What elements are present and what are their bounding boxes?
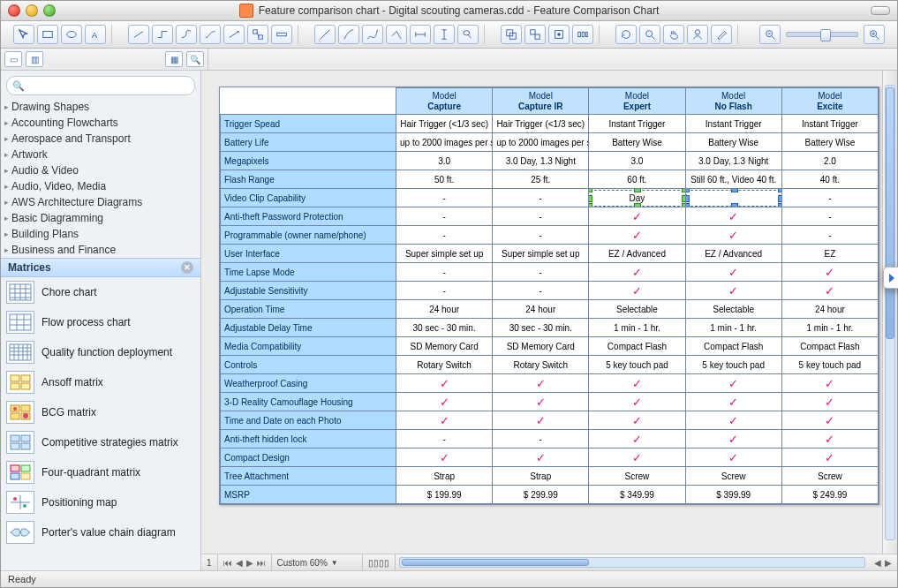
table-cell[interactable]: ✓ xyxy=(781,393,878,411)
table-cell[interactable]: Battery Wise xyxy=(685,133,781,152)
zoom-in-button[interactable] xyxy=(864,25,885,44)
table-cell[interactable]: ✓ xyxy=(589,449,685,467)
table-cell[interactable]: Battery Wise xyxy=(589,133,685,152)
tree-item[interactable]: ▸Audio, Video, Media xyxy=(1,178,200,194)
table-cell[interactable]: Screw xyxy=(589,467,685,486)
table-cell[interactable]: 3.0 xyxy=(396,152,493,170)
table-cell[interactable]: - xyxy=(493,189,589,207)
tree-item[interactable]: ▸Basic Diagramming xyxy=(1,210,200,226)
table-cell[interactable]: SD Memory Card xyxy=(493,337,589,356)
table-cell[interactable]: 24 hour xyxy=(493,300,589,319)
table-cell[interactable]: 30 sec - 30 min. xyxy=(396,319,493,337)
table-cell[interactable]: - xyxy=(396,430,493,449)
connector7-button[interactable] xyxy=(271,25,292,44)
table-cell[interactable]: ✓ xyxy=(685,226,781,245)
table-cell[interactable]: Instant Trigger xyxy=(781,115,878,133)
table-cell[interactable]: ✓ xyxy=(685,393,781,411)
library-item[interactable]: Chore chart xyxy=(1,277,200,307)
table-cell[interactable]: ✓ xyxy=(589,393,685,411)
page-prev-icon[interactable]: ◀ xyxy=(236,558,243,568)
table-cell[interactable]: Super simple set up xyxy=(493,245,589,263)
canvas-scroll[interactable]: ModelCaptureModelCapture IRModelExpertMo… xyxy=(201,71,897,570)
line1-button[interactable] xyxy=(314,25,336,44)
table-cell[interactable]: ✓ xyxy=(781,449,878,467)
table-cell[interactable]: Battery Wise xyxy=(781,133,878,152)
table-cell[interactable]: 40 ft. xyxy=(781,170,878,189)
table-cell[interactable]: ✓ xyxy=(781,430,878,449)
table-cell[interactable]: Instant Trigger xyxy=(685,115,781,133)
table-cell[interactable]: 1 min - 1 hr. xyxy=(589,319,685,337)
library-item[interactable]: Positioning map xyxy=(1,487,200,517)
ellipse-tool-button[interactable] xyxy=(61,25,82,44)
table-cell[interactable]: $ 199.99 xyxy=(396,486,493,504)
table-cell[interactable]: Strap xyxy=(493,467,589,486)
tree-item[interactable]: ▸Aerospace and Transport xyxy=(1,131,200,147)
zoom-out-button[interactable] xyxy=(759,25,781,44)
table-cell[interactable]: Compact Flash xyxy=(589,337,685,356)
zoom-tool-button[interactable] xyxy=(639,25,660,44)
table-cell[interactable]: Compact Flash xyxy=(781,337,878,356)
table-cell[interactable]: ✓ xyxy=(781,374,878,393)
table-cell[interactable]: - xyxy=(493,226,589,245)
connector4-button[interactable] xyxy=(200,25,221,44)
table-cell[interactable]: - xyxy=(493,282,589,300)
table-cell[interactable]: 3.0 Day, 1.3 Night xyxy=(493,152,589,170)
table-cell[interactable]: up to 2000 images per set xyxy=(396,133,493,152)
table-cell[interactable]: 1 min - 1 hr. xyxy=(781,319,878,337)
table-cell[interactable]: - xyxy=(396,263,493,282)
drawing-page[interactable]: ModelCaptureModelCapture IRModelExpertMo… xyxy=(219,87,879,505)
table-cell[interactable]: ✓ xyxy=(685,263,781,282)
refresh-button[interactable] xyxy=(615,25,637,44)
library-item[interactable]: Ansoff matrix xyxy=(1,367,200,397)
window-zoom-button[interactable] xyxy=(43,4,56,17)
table-cell[interactable]: EZ / Advanced xyxy=(685,245,781,263)
table-cell[interactable]: ✓ xyxy=(781,411,878,430)
table-cell[interactable]: - xyxy=(781,207,878,226)
table-cell[interactable]: Day xyxy=(589,189,685,207)
tree-item[interactable]: ▸AWS Architecture Diagrams xyxy=(1,194,200,210)
table-cell[interactable]: Screw xyxy=(685,467,781,486)
table-cell[interactable]: - xyxy=(493,430,589,449)
table-cell[interactable]: - xyxy=(493,207,589,226)
arrow-tool-button[interactable] xyxy=(13,25,34,44)
window-minimize-button[interactable] xyxy=(26,4,38,17)
distribute-button[interactable] xyxy=(572,25,593,44)
table-cell[interactable]: - xyxy=(781,189,878,207)
table-cell[interactable]: ✓ xyxy=(589,282,685,300)
table-cell[interactable]: up to 2000 images per set xyxy=(493,133,589,152)
rect-tool-button[interactable] xyxy=(37,25,58,44)
table-cell[interactable]: ✓ xyxy=(493,374,589,393)
table-cell[interactable]: ✓ xyxy=(589,263,685,282)
page-last-icon[interactable]: ⏭ xyxy=(257,558,266,568)
zoom-level-dropdown[interactable]: Custom 60% ▼ xyxy=(272,554,363,570)
table-cell[interactable]: - xyxy=(396,226,493,245)
table-cell[interactable]: 5 key touch pad xyxy=(781,356,878,374)
hscroll-right-icon[interactable]: ▶ xyxy=(885,558,892,568)
table-cell[interactable]: - xyxy=(396,189,493,207)
table-cell[interactable]: - xyxy=(396,282,493,300)
tree-item[interactable]: ▸Audio & Video xyxy=(1,162,200,178)
table-cell[interactable]: ✓ xyxy=(589,207,685,226)
library-item[interactable]: Competitive strategies matrix xyxy=(1,427,200,457)
table-cell[interactable]: - xyxy=(493,263,589,282)
tree-item[interactable]: ▸Accounting Flowcharts xyxy=(1,115,200,131)
smart-action-popup[interactable]: ✓ Check xyxy=(883,267,898,289)
table-cell[interactable]: 1 min - 1 hr. xyxy=(685,319,781,337)
vertical-scrollbar[interactable] xyxy=(882,71,897,554)
matrices-section-header[interactable]: Matrices ✕ xyxy=(1,258,200,277)
table-cell[interactable]: 50 ft. xyxy=(396,170,493,189)
connector5-button[interactable] xyxy=(223,25,245,44)
page-indicator[interactable]: 1 xyxy=(201,554,218,570)
table-cell[interactable]: 5 key touch pad xyxy=(685,356,781,374)
table-cell[interactable]: ✓ xyxy=(396,393,493,411)
table-cell[interactable]: Rotary Switch xyxy=(493,356,589,374)
table-cell[interactable]: 25 ft. xyxy=(493,170,589,189)
library-view-2[interactable]: ▥ xyxy=(26,51,43,67)
table-cell[interactable]: Screw xyxy=(781,467,878,486)
table-cell[interactable]: Compact Flash xyxy=(685,337,781,356)
table-cell[interactable]: 24 hour xyxy=(781,300,878,319)
page-first-icon[interactable]: ⏮ xyxy=(223,558,232,568)
library-item[interactable]: Flow process chart xyxy=(1,307,200,337)
erase-button[interactable] xyxy=(711,25,732,44)
library-search-button[interactable]: 🔍 xyxy=(186,51,204,67)
